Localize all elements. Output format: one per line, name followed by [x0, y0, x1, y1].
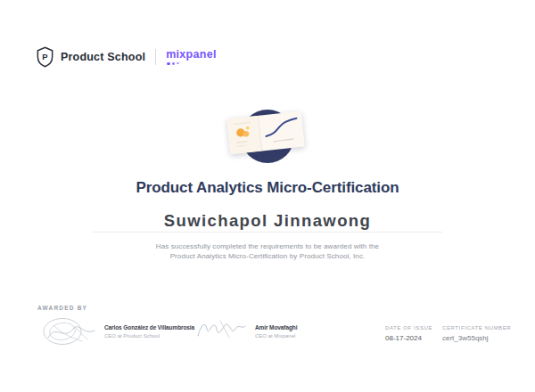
awarded-by-label: AWARDED BY — [37, 305, 87, 311]
signature-amir-icon — [195, 318, 247, 341]
divider-line — [93, 232, 442, 233]
signer-title: CEO at Product School — [104, 333, 194, 339]
signer-title: CEO at Mixpanel — [255, 333, 297, 339]
svg-text:P: P — [42, 52, 47, 61]
date-of-issue-value: 08-17-2024 — [385, 334, 432, 342]
product-school-shield-icon: P — [36, 46, 54, 68]
signer-amir: Amir Movafaghi CEO at Mixpanel — [255, 324, 297, 339]
date-of-issue: DATE OF ISSUE 08-17-2024 — [385, 325, 432, 342]
brand-header: P Product School mixpanel — [36, 46, 217, 68]
dashboard-card-left-panel — [226, 116, 262, 155]
certificate-description: Has successfully completed the requireme… — [0, 241, 535, 261]
product-school-wordmark: Product School — [61, 51, 145, 63]
date-of-issue-label: DATE OF ISSUE — [385, 325, 432, 331]
recipient-name: Suwichapol Jinnawong — [0, 211, 535, 231]
signer-name: Amir Movafaghi — [255, 324, 297, 331]
signer-name: Carlos González de Villaumbrosia — [104, 324, 194, 331]
signer-carlos: Carlos González de Villaumbrosia CEO at … — [104, 324, 194, 339]
certificate-title: Product Analytics Micro-Certification — [0, 179, 535, 197]
description-line-2: Product Analytics Micro-Certification by… — [170, 252, 366, 260]
mixpanel-dots-icon — [166, 62, 178, 66]
pie-chart-illustration — [226, 116, 262, 155]
line-chart-illustration — [259, 111, 305, 151]
signature-carlos-icon — [39, 314, 98, 348]
mixpanel-logo: mixpanel — [166, 49, 217, 65]
certificate-page: P Product School mixpanel — [0, 0, 535, 392]
dashboard-card-illustration — [226, 111, 305, 155]
mixpanel-wordmark: mixpanel — [166, 49, 217, 61]
certificate-number-label: CERTIFICATE NUMBER — [442, 325, 511, 331]
dashboard-card-right-panel — [259, 111, 305, 151]
description-line-1: Has successfully completed the requireme… — [156, 242, 379, 250]
certificate-number-value: cert_3w55qshj — [442, 334, 511, 342]
certificate-number: CERTIFICATE NUMBER cert_3w55qshj — [442, 325, 511, 342]
brand-divider — [155, 49, 156, 65]
product-school-logo: P Product School — [36, 46, 145, 68]
certificate-illustration — [196, 102, 339, 179]
